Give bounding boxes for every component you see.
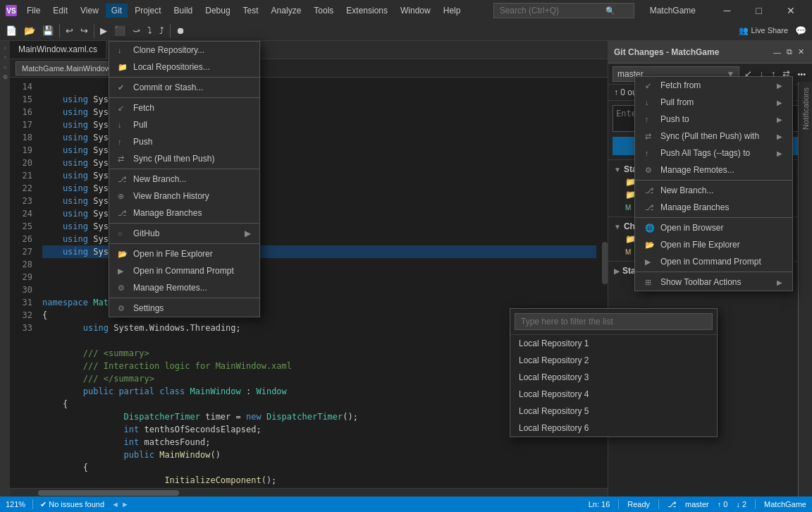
ctx-file-exp-icon: 📂 [645,240,655,250]
toolbar-breakpoint[interactable]: ⏺ [173,23,188,39]
ctx-pull-from[interactable]: ↓ Pull from ▶ [635,94,792,111]
menu-git[interactable]: Git [106,4,128,18]
toolbar-separator-2 [94,24,94,38]
toolbar-step-over[interactable]: ⤻ [130,23,143,39]
search-input[interactable] [500,6,605,16]
notifications-label[interactable]: Notifications [801,87,810,130]
menu-window[interactable]: Window [395,4,436,18]
window-title: MatchGame [639,6,707,16]
menu-project[interactable]: Project [129,4,166,18]
ctx-push-to[interactable]: ↑ Push to ▶ [635,111,792,128]
git-menu-commit[interactable]: ✔ Commit or Stash... [109,79,259,96]
status-no-issues: ✔ No issues found [40,500,104,509]
ctx-open-file-explorer[interactable]: 📂 Open in File Explorer [635,236,792,253]
menu-view[interactable]: View [75,4,104,18]
menu-analyze[interactable]: Analyze [266,4,307,18]
toolbar-redo[interactable]: ↪ [78,23,91,39]
git-menu-manage-branches[interactable]: ⎇ Manage Branches [109,205,259,221]
toolbar-save[interactable]: 💾 [39,23,56,39]
menu-debug[interactable]: Debug [199,4,235,18]
status-sep-1 [32,499,33,509]
toolbar-undo[interactable]: ↩ [63,23,76,39]
menu-build[interactable]: Build [168,4,199,18]
git-menu-manage-remotes[interactable]: ⚙ Manage Remotes... [109,279,259,296]
ctx-open-browser[interactable]: 🌐 Open in Browser [635,219,792,236]
menu-file[interactable]: File [21,4,46,18]
ctx-manage-branches[interactable]: ⎇ Manage Branches [635,199,792,216]
ctx-remotes-icon: ⚙ [645,166,655,175]
ctx-show-toolbar[interactable]: ⊞ Show Toolbar Actions ▶ [635,274,792,291]
git-close-btn[interactable]: ✕ [796,46,806,58]
maximize-button[interactable]: □ [743,0,775,21]
scrollbar-thumb[interactable] [602,242,608,284]
h-scrollbar-thumb[interactable] [38,490,179,496]
toolbar-open[interactable]: 📂 [21,23,38,39]
git-float-btn[interactable]: ⧉ [785,46,794,58]
feedback-button[interactable]: 💬 [792,23,809,39]
ctx-open-cmd[interactable]: ▶ Open in Command Prompt [635,253,792,270]
git-minimize-btn[interactable]: — [771,46,783,58]
repo-item-3[interactable]: Local Repository 3 [510,369,717,386]
status-bar: 121% ✔ No issues found ◄ ► Ln: 16 Ready … [0,496,812,512]
live-share-button[interactable]: 👥 Live Share [736,23,791,39]
menu-help[interactable]: Help [438,4,467,18]
menu-edit[interactable]: Edit [47,4,73,18]
toolbar-separator-3 [170,24,171,38]
ctx-sync-with[interactable]: ⇄ Sync (Pull then Push) with ▶ [635,128,792,145]
ctx-cmd-icon: ▶ [645,257,655,267]
toolbar-step-out[interactable]: ⤴ [156,23,167,39]
app-icon: VS [6,5,17,16]
cmd-prompt-icon: ▶ [118,267,128,276]
git-panel-icons: — ⧉ ✕ [771,46,806,58]
menu-test[interactable]: Test [238,4,264,18]
ctx-fetch-from[interactable]: ↙ Fetch from ▶ [635,77,792,94]
status-line-col: Ln: 16 [589,500,610,508]
repo-item-5[interactable]: Local Repository 5 [510,403,717,420]
toolbar-attach[interactable]: ⬛ [111,23,128,39]
editor-tab-main[interactable]: MainWindow.xaml.cs [10,41,106,59]
git-menu-branch-history[interactable]: ⊕ View Branch History [109,188,259,205]
repo-item-1[interactable]: Local Repository 1 [510,335,717,352]
clone-icon: ↓ [118,46,128,54]
title-bar: VS File Edit View Git Project Build Debu… [0,0,812,21]
dropdown-sep-6 [109,298,259,298]
git-menu-push[interactable]: ↑ Push [109,133,259,150]
sync-icon: ⇄ [118,154,128,164]
minimize-button[interactable]: ─ [711,0,743,21]
git-menu-fetch[interactable]: ↙ Fetch [109,99,259,116]
git-menu-new-branch[interactable]: ⎇ New Branch... [109,171,259,188]
ctx-manage-remotes[interactable]: ⚙ Manage Remotes... [635,161,792,178]
repo-item-6[interactable]: Local Repository 6 [510,420,717,437]
git-menu-file-explorer[interactable]: 📂 Open in File Explorer [109,245,259,262]
status-sep-2 [618,499,619,509]
close-button[interactable]: ✕ [775,0,806,21]
staged-file-status-3: M [625,204,631,212]
search-box[interactable]: 🔍 [493,3,634,18]
menu-tools[interactable]: Tools [308,4,339,18]
repo-item-2[interactable]: Local Repository 2 [510,352,717,369]
repos-filter-input[interactable] [515,313,713,330]
git-menu-settings[interactable]: ⚙ Settings [109,300,259,317]
toolbar-separator-1 [59,24,60,38]
toolbar-start[interactable]: ▶ [97,23,110,39]
git-menu-sync[interactable]: ⇄ Sync (Pull then Push) [109,150,259,167]
repos-list[interactable]: Local Repository 1 Local Repository 2 Lo… [510,335,717,437]
git-menu-github[interactable]: ○ GitHub ▶ [109,225,259,242]
activity-icon-1: ↓ [1,44,8,51]
horizontal-scrollbar[interactable] [10,488,608,496]
repo-item-4[interactable]: Local Repository 4 [510,386,717,403]
toolbar-new[interactable]: 📄 [3,23,20,39]
ctx-new-branch[interactable]: ⎇ New Branch... [635,182,792,199]
ctx-fetch-icon: ↙ [645,81,655,90]
ctx-toolbar-icon: ⊞ [645,278,655,287]
toolbar-step-in[interactable]: ⤵ [144,23,155,39]
menu-extensions[interactable]: Extensions [340,4,393,18]
window-controls: ─ □ ✕ [711,0,806,21]
more-btn[interactable]: ••• [795,68,808,80]
git-menu-local-repos[interactable]: 📁 Local Repositories... [109,59,259,75]
git-menu-clone[interactable]: ↓ Clone Repository... [109,42,259,59]
ctx-sep-3 [635,272,792,272]
git-menu-pull[interactable]: ↓ Pull [109,116,259,133]
git-menu-command-prompt[interactable]: ▶ Open in Command Prompt [109,262,259,279]
ctx-push-tags[interactable]: ↑ Push All Tags (--tags) to ▶ [635,145,792,161]
